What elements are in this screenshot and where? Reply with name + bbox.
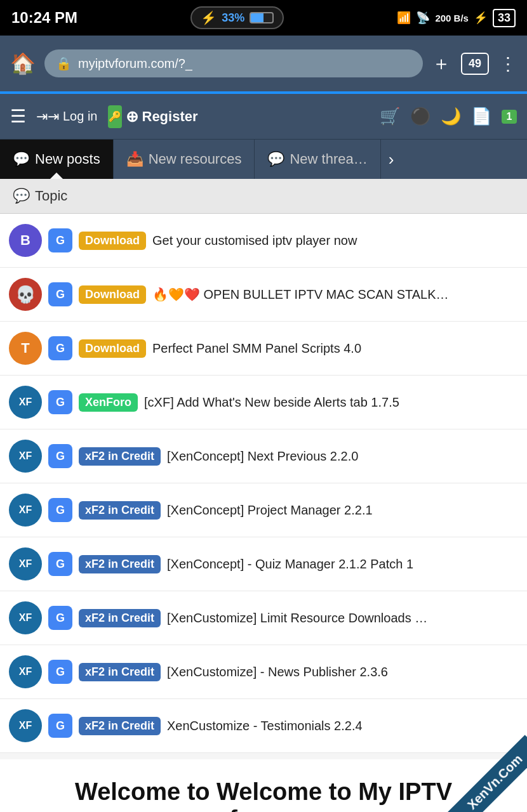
avatar: XF (9, 601, 42, 634)
battery-percent: 33% (222, 11, 244, 25)
new-resources-label: New resources (149, 151, 242, 167)
badge-xf2credit: xF2 in Credit (79, 447, 161, 466)
table-row[interactable]: XF G xF2 in Credit [XenCustomize] - News… (0, 645, 527, 699)
url-text: myiptvforum.com/?_ (78, 56, 192, 71)
row-title: [XenCustomize] - News Publisher 2.3.6 (167, 665, 518, 679)
content-area: 💬 Topic B G Download Get your customised… (0, 179, 527, 812)
new-posts-icon: 💬 (13, 151, 30, 167)
topic-bubble-icon: 💬 (13, 188, 30, 204)
notification-badge: 1 (502, 110, 517, 124)
register-button[interactable]: 🔑 ⊕ Register (108, 105, 198, 128)
row-title: [XenConcept] Project Manager 2.2.1 (167, 503, 518, 518)
table-row[interactable]: XF G xF2 in Credit [XenCustomize] Limit … (0, 591, 527, 645)
g-icon: G (48, 390, 72, 414)
avatar: XF (9, 709, 42, 742)
new-threads-icon: 💬 (267, 151, 284, 167)
battery-pill: ⚡ 33% (190, 6, 284, 29)
badge-xf2credit: xF2 in Credit (79, 555, 161, 573)
row-title: [cXF] Add What's New beside Alerts tab 1… (144, 395, 518, 410)
home-button[interactable]: 🏠 (10, 51, 36, 75)
new-posts-label: New posts (35, 151, 100, 167)
table-row[interactable]: XF G XenForo [cXF] Add What's New beside… (0, 376, 527, 429)
badge-xf2credit: xF2 in Credit (79, 501, 161, 520)
status-bar: 10:24 PM ⚡ 33% 📶 📡 200 B/s ⚡ 33 (0, 0, 527, 36)
avatar: XF (9, 386, 42, 419)
badge-download: Download (79, 339, 146, 358)
table-row[interactable]: XF G xF2 in Credit XenCustomize - Testim… (0, 699, 527, 753)
avatar: B (9, 224, 42, 257)
status-time: 10:24 PM (11, 9, 77, 27)
tab-new-posts[interactable]: 💬 New posts (0, 140, 114, 179)
battery-num: 33 (493, 9, 516, 27)
badge-xf2credit: xF2 in Credit (79, 609, 161, 627)
bolt-icon: ⚡ (201, 10, 217, 25)
document-icon[interactable]: 📄 (471, 107, 491, 126)
login-label: Log in (63, 109, 98, 124)
address-bar[interactable]: 🔒 myiptvforum.com/?_ (44, 49, 423, 77)
avatar: 💀 (9, 278, 42, 311)
g-icon: G (48, 660, 72, 684)
welcome-title: Welcome to Welcome to My IPTVforum (13, 778, 514, 812)
g-icon: G (48, 714, 72, 738)
row-title: Perfect Panel SMM Panel Scripts 4.0 (152, 341, 518, 356)
avatar: T (9, 332, 42, 365)
plus-circle-icon: ⊕ (126, 108, 138, 126)
tabs-row: 💬 New posts 📥 New resources 💬 New threa…… (0, 140, 527, 179)
g-icon: G (48, 498, 72, 522)
status-right-icons: 📶 📡 200 B/s ⚡ 33 (397, 9, 516, 27)
hamburger-menu[interactable]: ☰ (10, 106, 26, 127)
g-icon: G (48, 228, 72, 252)
avatar: XF (9, 494, 42, 527)
moon-icon[interactable]: 🌙 (441, 107, 461, 126)
g-icon: G (48, 336, 72, 360)
login-button[interactable]: ⇥⇥ Log in (36, 108, 98, 125)
register-label: Register (142, 108, 198, 125)
table-row[interactable]: XF G xF2 in Credit [XenConcept] - Quiz M… (0, 537, 527, 591)
row-title: [XenConcept] Next Previous 2.2.0 (167, 449, 518, 464)
row-title: XenCustomize - Testimonials 2.2.4 (167, 719, 518, 733)
badge-download: Download (79, 285, 146, 304)
topic-header: 💬 Topic (0, 179, 527, 214)
g-icon: G (48, 606, 72, 630)
welcome-section: Welcome to Welcome to My IPTVforum (0, 759, 527, 812)
tab-new-threads[interactable]: 💬 New threa… (255, 140, 380, 179)
tab-count-button[interactable]: 49 (461, 53, 489, 75)
nav-icons: 🛒 ⚫ 🌙 📄 1 (380, 107, 517, 126)
new-threads-label: New threa… (290, 151, 367, 167)
charge-icon: ⚡ (474, 11, 488, 25)
table-row[interactable]: B G Download Get your customised iptv pl… (0, 214, 527, 268)
key-icon: 🔑 (108, 105, 122, 128)
avatar: XF (9, 440, 42, 473)
row-title: [XenCustomize] Limit Resource Downloads … (167, 611, 518, 625)
row-title: Get your customised iptv player now (152, 233, 518, 248)
badge-xf2credit: xF2 in Credit (79, 663, 161, 681)
topic-label: Topic (35, 188, 67, 204)
browser-bar: 🏠 🔒 myiptvforum.com/?_ ＋ 49 ⋮ (0, 36, 527, 91)
g-icon: G (48, 552, 72, 576)
badge-xenforo: XenForo (79, 393, 138, 412)
wifi-icon: 📶 (397, 11, 411, 25)
forum-list: B G Download Get your customised iptv pl… (0, 214, 527, 753)
network-speed: 200 B/s (435, 13, 469, 23)
tabs-arrow[interactable]: › (381, 140, 402, 179)
new-resources-icon: 📥 (126, 151, 143, 167)
signal-icon: 📡 (416, 11, 430, 25)
login-icon: ⇥⇥ (36, 108, 59, 125)
badge-xf2credit: xF2 in Credit (79, 717, 161, 735)
battery-icon (250, 12, 274, 23)
row-title: 🔥🧡❤️ OPEN BULLET IPTV MAC SCAN STALK… (152, 287, 518, 302)
g-icon: G (48, 282, 72, 306)
new-tab-button[interactable]: ＋ (432, 51, 451, 77)
table-row[interactable]: T G Download Perfect Panel SMM Panel Scr… (0, 322, 527, 376)
table-row[interactable]: XF G xF2 in Credit [XenConcept] Project … (0, 483, 527, 537)
cart-icon[interactable]: 🛒 (380, 107, 400, 126)
table-row[interactable]: 💀 G Download 🔥🧡❤️ OPEN BULLET IPTV MAC S… (0, 268, 527, 322)
browser-actions: ＋ 49 ⋮ (432, 51, 517, 77)
forum-nav: ☰ ⇥⇥ Log in 🔑 ⊕ Register 🛒 ⚫ 🌙 📄 1 (0, 94, 527, 140)
badge-download: Download (79, 232, 146, 250)
table-row[interactable]: XF G xF2 in Credit [XenConcept] Next Pre… (0, 429, 527, 483)
tab-new-resources[interactable]: 📥 New resources (114, 140, 255, 179)
toggle-icon[interactable]: ⚫ (410, 107, 430, 126)
g-icon: G (48, 444, 72, 468)
more-menu-button[interactable]: ⋮ (499, 53, 517, 74)
